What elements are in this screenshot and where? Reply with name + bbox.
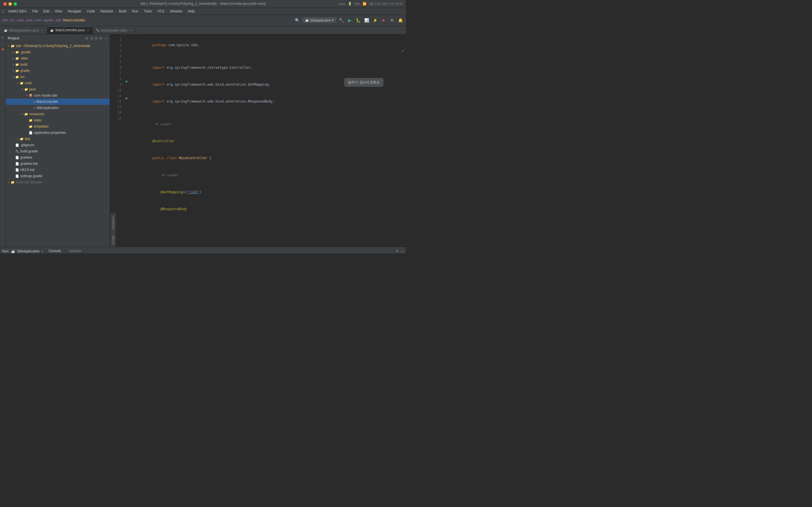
- tree-item-templates[interactable]: 📁 templates: [6, 123, 110, 129]
- bc-src[interactable]: src: [10, 18, 14, 22]
- menu-tools[interactable]: Tools: [142, 9, 154, 14]
- database-label[interactable]: Database: [111, 214, 115, 232]
- stop-btn[interactable]: ■: [380, 17, 387, 24]
- bc-mysite[interactable]: mysite: [43, 18, 53, 22]
- bc-current[interactable]: MainController: [63, 18, 85, 22]
- editor-area: 1 2 3 4 5 6 7 8 9 10 11 12 13 14 15 ▶: [110, 34, 406, 247]
- code-lines[interactable]: package com.mysite.sbb; import org.sprin…: [130, 34, 406, 213]
- bottom-toolbar-icons: ⚙ —: [396, 249, 404, 253]
- tree-item-gradle[interactable]: ▸ 📁 .gradle: [6, 49, 110, 55]
- tree-close-icon[interactable]: —: [104, 36, 107, 40]
- tree-filter-icon[interactable]: ⚙: [99, 36, 102, 40]
- apple-menu[interactable]: : [2, 9, 4, 13]
- menu-code[interactable]: Code: [85, 9, 97, 14]
- tree-item-root[interactable]: ▾ 📁 sbb ~/Desktop/맛사/JumpToSpring_2_remi…: [6, 43, 110, 49]
- tab-sbbapplication[interactable]: ☕ SbbApplication.java ✕: [1, 26, 47, 34]
- tree-label: HELP.md: [20, 168, 35, 172]
- tree-label: templates: [34, 124, 49, 128]
- tree-item-resources[interactable]: ▾ 📁 resources: [6, 111, 110, 117]
- run-with-coverage-btn[interactable]: 📊: [363, 17, 370, 24]
- gutter-run-icon-8[interactable]: ▶: [124, 79, 129, 83]
- tree-item-buildgradle[interactable]: 🔧 build.gradle: [6, 148, 110, 154]
- tab-close-btn[interactable]: ✕: [40, 29, 44, 33]
- menu-build[interactable]: Build: [117, 9, 129, 14]
- run-tab-close[interactable]: ✕: [41, 249, 43, 252]
- settings-btn[interactable]: ⚙: [389, 17, 395, 24]
- run-btn[interactable]: ▶: [346, 17, 353, 24]
- menu-view[interactable]: View: [53, 9, 64, 14]
- tree-item-package[interactable]: ▾ 📦 com.mysite.sbb: [6, 93, 110, 99]
- tree-settings-icon[interactable]: ⚙: [86, 36, 89, 40]
- window-controls[interactable]: [3, 2, 17, 6]
- tree-item-gradlew[interactable]: 📄 gradlew: [6, 154, 110, 161]
- menu-refactor[interactable]: Refactor: [98, 9, 115, 14]
- tree-item-java[interactable]: ▾ 📁 java: [6, 86, 110, 93]
- tree-item-idea[interactable]: ▸ 📁 .idea: [6, 55, 110, 61]
- bc-main[interactable]: main: [17, 18, 24, 22]
- tab-buildgradle[interactable]: 🔧 build.gradle (sbb) ✕: [93, 26, 136, 34]
- tree-arrow: ▸: [11, 57, 15, 60]
- gradle-label[interactable]: Gradle: [111, 233, 115, 247]
- build-btn[interactable]: 🔨: [338, 17, 345, 24]
- minimize-button[interactable]: [8, 2, 12, 6]
- folder-icon: 📁: [11, 44, 15, 48]
- maximize-button[interactable]: [13, 2, 17, 6]
- menu-intellij[interactable]: IntelliJ IDEA: [6, 9, 29, 14]
- menu-window[interactable]: Window: [168, 9, 185, 14]
- tab-close-gradle-btn[interactable]: ✕: [129, 29, 133, 33]
- tree-item-src[interactable]: ▾ 📁 src: [6, 74, 110, 80]
- tree-item-gradlefolder[interactable]: ▾ 📁 gradle: [6, 68, 110, 74]
- project-icon[interactable]: P: [1, 36, 5, 40]
- tab-console[interactable]: Console: [46, 248, 64, 254]
- tree-arrow: ▾: [11, 75, 15, 78]
- tree-label: External Libraries: [16, 180, 42, 184]
- close-button[interactable]: [3, 2, 7, 6]
- menu-navigate[interactable]: Navigate: [65, 9, 83, 14]
- structure-icon[interactable]: S: [1, 41, 5, 46]
- tree-item-build[interactable]: ▾ 📁 build: [6, 61, 110, 68]
- bc-com[interactable]: com: [35, 18, 41, 22]
- tree-arrow: ▾: [11, 63, 15, 66]
- tree-label: .gitignore: [20, 143, 34, 147]
- tree-item-maincontroller[interactable]: ● MainController: [6, 99, 110, 105]
- tree-item-static[interactable]: 📁 static: [6, 117, 110, 123]
- code-line-5: import org.springframework.web.bind.anno…: [130, 93, 406, 110]
- menu-run[interactable]: Run: [130, 9, 140, 14]
- bc-sbb2[interactable]: sbb: [56, 18, 61, 22]
- bc-sbb[interactable]: sbb: [2, 18, 8, 22]
- tree-expand-icon[interactable]: ⊞: [90, 36, 93, 40]
- properties-icon: 📄: [29, 131, 33, 135]
- tree-item-settingsgradle[interactable]: 📄 settings.gradle: [6, 173, 110, 179]
- menu-edit[interactable]: Edit: [41, 9, 52, 14]
- tree-item-gitignore[interactable]: 📄 .gitignore: [6, 142, 110, 148]
- bookmarks-icon[interactable]: 🔖: [1, 47, 5, 51]
- tree-item-extlibs[interactable]: ▸ 📁 External Libraries: [6, 179, 110, 185]
- tree-item-test[interactable]: ▸ 📁 test: [6, 136, 110, 142]
- minimize-panel-btn[interactable]: —: [400, 249, 404, 253]
- tab-maincontroller[interactable]: ☕ MainController.java ✕: [47, 26, 93, 34]
- menu-file[interactable]: File: [30, 9, 40, 14]
- tree-item-gradlewbat[interactable]: 📄 gradlew.bat: [6, 161, 110, 167]
- tab-actuator[interactable]: Actuator: [66, 248, 84, 254]
- tree-item-main[interactable]: ▾ 📁 main: [6, 80, 110, 86]
- tree-collapse-icon[interactable]: ⊟: [95, 36, 98, 40]
- menu-vcs[interactable]: VCS: [155, 9, 167, 14]
- menu-help[interactable]: Help: [186, 9, 197, 14]
- tree-item-helpmd[interactable]: 📄 HELP.md: [6, 167, 110, 173]
- bc-java[interactable]: java: [26, 18, 33, 22]
- notifications-btn[interactable]: 🔔: [397, 17, 404, 24]
- profile-btn[interactable]: ⚡: [371, 17, 378, 24]
- run-configuration[interactable]: ☕ SbbApplication ▾: [303, 17, 336, 23]
- tab-close-active-btn[interactable]: ✕: [86, 28, 90, 32]
- tree-arrow: ▾: [16, 82, 20, 84]
- search-everywhere-btn[interactable]: 🔍: [294, 17, 301, 24]
- debug-btn[interactable]: 🐛: [355, 17, 361, 24]
- tree-item-appprops[interactable]: 📄 application.properties: [6, 129, 110, 136]
- code-line-8: public class MainController {: [130, 150, 406, 166]
- battery-icon: 🔋: [348, 2, 352, 6]
- settings-btn[interactable]: ⚙: [396, 249, 399, 253]
- tree-item-sbbapp[interactable]: ● SbbApplication: [6, 105, 110, 111]
- titlebar: sbb [~/Desktop/맛사/JumpToSpring_2_remind/…: [0, 0, 406, 8]
- gutter-run-icon-11[interactable]: ▶: [124, 96, 129, 100]
- tree-label: gradlew.bat: [20, 162, 38, 166]
